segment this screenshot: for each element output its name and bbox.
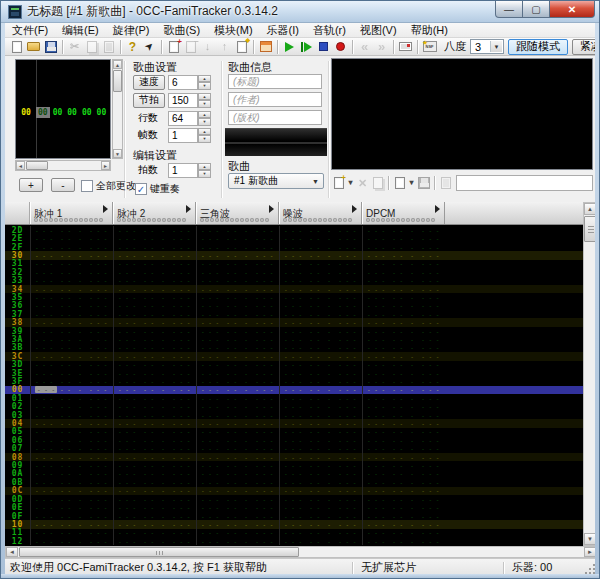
channel-mute-arrow-icon[interactable] — [352, 205, 357, 213]
menu-item-1[interactable]: 文件(F) — [5, 23, 55, 38]
pattern-cell[interactable]: - - - - - - - - - — [196, 386, 279, 394]
pattern-cell[interactable]: - - - - - - - - - — [30, 293, 113, 301]
pattern-row[interactable]: 09- - - - - - - - -- - - - - - - - -- - … — [5, 461, 583, 469]
duplicate-frame-icon[interactable]: ◆ — [233, 39, 250, 55]
tempo-spinner[interactable]: ▲▼ — [198, 93, 211, 108]
pattern-cell[interactable]: - - - - - - - - - — [362, 428, 445, 436]
pattern-cell[interactable]: - - - - - - - - - — [30, 361, 113, 369]
pattern-cell[interactable]: - - - - - - - - - — [279, 369, 362, 377]
pattern-cell[interactable]: - - - - - - - - - — [196, 411, 279, 419]
pattern-cell[interactable]: - - - - - - - - - — [279, 419, 362, 427]
channel-header-1[interactable]: 脉冲 1 — [30, 202, 113, 224]
pattern-cell[interactable]: - - - - - - - - - — [113, 369, 196, 377]
new-file-icon[interactable] — [8, 39, 25, 55]
menu-item-3[interactable]: 旋律(P) — [106, 23, 157, 38]
pattern-cell[interactable]: - - - - - - - - - — [30, 335, 113, 343]
menu-item-6[interactable]: 乐器(I) — [260, 23, 306, 38]
tempo-button[interactable]: 节拍 — [133, 93, 165, 108]
pattern-cell[interactable]: - - - - - - - - - — [30, 226, 113, 234]
maximize-button[interactable]: ▢ — [523, 1, 550, 18]
save-file-icon[interactable] — [42, 39, 59, 55]
pattern-cell[interactable]: - - - - - - - - - — [362, 302, 445, 310]
pattern-cell[interactable]: - - - - - - - - - — [279, 302, 362, 310]
pattern-cell[interactable]: - - - - - - - - - — [196, 243, 279, 251]
pattern-cell[interactable]: - - - - - - - - - — [279, 335, 362, 343]
pattern-cell[interactable]: - - - - - - - - - — [113, 318, 196, 326]
channel-mute-arrow-icon[interactable] — [103, 205, 108, 213]
pattern-cell[interactable]: - - - - - - - - - — [196, 503, 279, 511]
pattern-row[interactable]: 0D- - - - - - - - -- - - - - - - - -- - … — [5, 495, 583, 503]
pattern-cell[interactable]: - - - - - - - - - — [362, 310, 445, 318]
octave-combobox[interactable]: 3 ▼ — [470, 39, 504, 54]
new-instrument-icon[interactable]: + — [331, 175, 346, 191]
menu-item-8[interactable]: 视图(V) — [353, 23, 404, 38]
channel-mute-arrow-icon[interactable] — [186, 205, 191, 213]
pattern-cell[interactable]: - - - - - - - - - — [113, 386, 196, 394]
add-frame-icon[interactable]: + — [165, 39, 182, 55]
pattern-cell[interactable]: - - - - - - - - - — [30, 318, 113, 326]
pattern-cell[interactable]: - - - - - - - - - — [30, 445, 113, 453]
pattern-cell[interactable]: - - - - - - - - - — [30, 377, 113, 385]
pattern-cell[interactable]: - - - - - - - - - — [196, 461, 279, 469]
pattern-cell[interactable]: - - - - - - - - - — [113, 445, 196, 453]
tempo-value[interactable]: 150 — [168, 93, 198, 108]
scrollbar-thumb[interactable] — [26, 161, 48, 170]
pattern-cell[interactable]: - - - - - - - - - — [362, 419, 445, 427]
menu-item-5[interactable]: 模块(M) — [207, 23, 260, 38]
pattern-cell[interactable]: - - - - - - - - - — [30, 369, 113, 377]
pattern-row[interactable]: 0B- - - - - - - - -- - - - - - - - -- - … — [5, 478, 583, 486]
pattern-cell[interactable]: - - - - - - - - - — [196, 234, 279, 242]
pattern-cell[interactable]: - - - - - - - - - — [30, 487, 113, 495]
pattern-row[interactable]: 3C- - - - - - - - -- - - - - - - - -- - … — [5, 352, 583, 360]
song-author-input[interactable]: (作者) — [228, 92, 322, 107]
pattern-cell[interactable]: - - - - - - - - - — [196, 487, 279, 495]
pattern-row[interactable]: 31- - - - - - - - -- - - - - - - - -- - … — [5, 260, 583, 268]
follow-mode-button[interactable]: 跟随模式 — [508, 39, 568, 55]
scroll-left-icon[interactable]: ◄ — [6, 547, 18, 557]
pattern-cell[interactable]: - - - - - - - - - — [113, 411, 196, 419]
pattern-cell[interactable]: - - - - - - - - - — [279, 377, 362, 385]
pattern-row[interactable]: 06- - - - - - - - -- - - - - - - - -- - … — [5, 436, 583, 444]
pattern-cell[interactable]: - - - - - - - - - — [279, 293, 362, 301]
pattern-cell[interactable]: - - - - - - - - - — [279, 344, 362, 352]
pattern-cell[interactable]: - - - - - - - - - — [113, 503, 196, 511]
app-icon[interactable] — [8, 5, 22, 19]
pattern-cell[interactable]: - - - - - - - - - — [362, 487, 445, 495]
pattern-cell[interactable]: - - - - - - - - - — [30, 503, 113, 511]
pattern-row[interactable]: 38- - - - - - - - -- - - - - - - - -- - … — [5, 318, 583, 326]
frame-vertical-scrollbar[interactable]: ▲ ▼ — [112, 59, 123, 159]
pattern-cell[interactable]: - - - - - - - - - — [113, 361, 196, 369]
pattern-cell[interactable]: - - - - - - - - - — [362, 327, 445, 335]
menu-item-2[interactable]: 编辑(E) — [55, 23, 106, 38]
pattern-cell[interactable]: - - - - - - - - - — [113, 453, 196, 461]
speed-spinner[interactable]: ▲▼ — [198, 75, 211, 90]
instrument-name-input[interactable] — [456, 175, 593, 191]
pattern-row[interactable]: 34- - - - - - - - -- - - - - - - - -- - … — [5, 285, 583, 293]
pattern-cell[interactable]: - - - - - - - - - — [362, 234, 445, 242]
pattern-cell[interactable]: - - - - - - - - - — [196, 419, 279, 427]
pattern-cell[interactable]: - - - - - - - - - — [196, 327, 279, 335]
pattern-cell[interactable]: - - - - - - - - - — [279, 243, 362, 251]
pattern-row[interactable]: 01- - - - - - - - -- - - - - - - - -- - … — [5, 394, 583, 402]
step-spinner[interactable]: ▲▼ — [198, 163, 211, 178]
pattern-cell[interactable]: - - - - - - - - - — [113, 234, 196, 242]
pattern-cell[interactable]: - - - - - - - - - — [362, 335, 445, 343]
pattern-cell[interactable]: - - - - - - - - - — [279, 453, 362, 461]
scroll-left-icon[interactable]: ◄ — [16, 161, 25, 170]
frame-remove-button[interactable]: - — [51, 178, 75, 192]
pattern-cell[interactable]: - - - - - - - - - — [113, 260, 196, 268]
pattern-cell[interactable]: - - - - - - - - - — [30, 520, 113, 528]
pattern-cell[interactable]: - - - - - - - - - — [30, 344, 113, 352]
pattern-cell[interactable]: - - - - - - - - - — [113, 495, 196, 503]
pattern-cell[interactable]: - - - - - - - - - — [30, 512, 113, 520]
pattern-cell[interactable]: - - - - - - - - - — [196, 478, 279, 486]
pattern-cell[interactable]: - - - - - - - - - — [362, 495, 445, 503]
pattern-cell[interactable]: - - - - - - - - - — [30, 243, 113, 251]
pattern-cell[interactable]: - - - - - - - - - — [362, 470, 445, 478]
frame-channel-value[interactable]: 00 — [80, 107, 94, 118]
pattern-cell[interactable]: - - - - - - - - - — [113, 226, 196, 234]
pattern-cell[interactable]: - - - - - - - - - — [279, 436, 362, 444]
pattern-row[interactable]: 2F- - - - - - - - -- - - - - - - - -- - … — [5, 243, 583, 251]
pattern-cell[interactable]: - - - - - - - - - — [30, 310, 113, 318]
pattern-cell[interactable]: - - - - - - - - - — [279, 461, 362, 469]
